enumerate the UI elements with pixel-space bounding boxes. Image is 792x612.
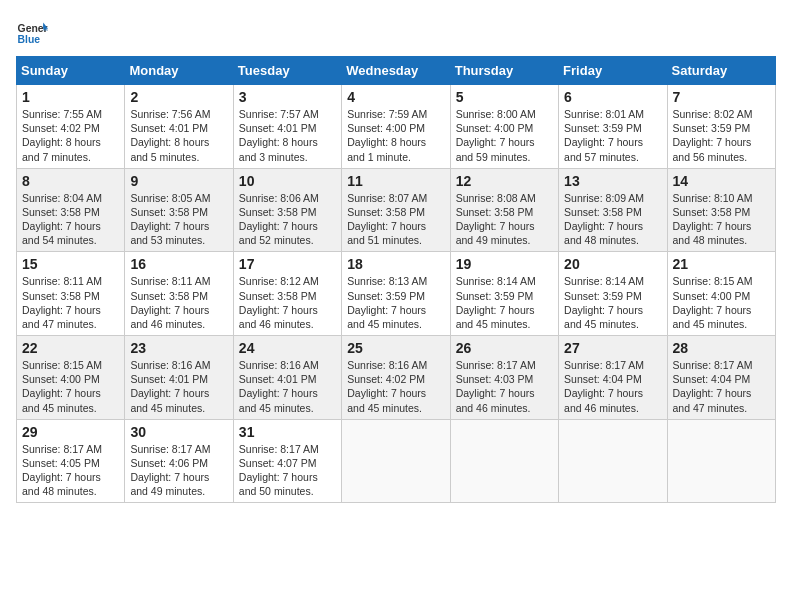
day-info: Sunrise: 8:11 AM Sunset: 3:58 PM Dayligh…: [130, 274, 227, 331]
day-cell-8: 8 Sunrise: 8:04 AM Sunset: 3:58 PM Dayli…: [17, 168, 125, 252]
day-number: 17: [239, 256, 336, 272]
day-info: Sunrise: 8:02 AM Sunset: 3:59 PM Dayligh…: [673, 107, 770, 164]
day-info: Sunrise: 8:14 AM Sunset: 3:59 PM Dayligh…: [456, 274, 553, 331]
day-info: Sunrise: 8:17 AM Sunset: 4:04 PM Dayligh…: [564, 358, 661, 415]
week-row-3: 15 Sunrise: 8:11 AM Sunset: 3:58 PM Dayl…: [17, 252, 776, 336]
day-cell-29: 29 Sunrise: 8:17 AM Sunset: 4:05 PM Dayl…: [17, 419, 125, 503]
day-number: 4: [347, 89, 444, 105]
day-info: Sunrise: 8:16 AM Sunset: 4:02 PM Dayligh…: [347, 358, 444, 415]
day-cell-30: 30 Sunrise: 8:17 AM Sunset: 4:06 PM Dayl…: [125, 419, 233, 503]
day-cell-22: 22 Sunrise: 8:15 AM Sunset: 4:00 PM Dayl…: [17, 336, 125, 420]
weekday-monday: Monday: [125, 57, 233, 85]
day-info: Sunrise: 8:13 AM Sunset: 3:59 PM Dayligh…: [347, 274, 444, 331]
day-number: 5: [456, 89, 553, 105]
day-number: 19: [456, 256, 553, 272]
calendar-table: SundayMondayTuesdayWednesdayThursdayFrid…: [16, 56, 776, 503]
day-info: Sunrise: 8:01 AM Sunset: 3:59 PM Dayligh…: [564, 107, 661, 164]
empty-cell: [450, 419, 558, 503]
day-cell-31: 31 Sunrise: 8:17 AM Sunset: 4:07 PM Dayl…: [233, 419, 341, 503]
day-info: Sunrise: 8:15 AM Sunset: 4:00 PM Dayligh…: [673, 274, 770, 331]
day-number: 29: [22, 424, 119, 440]
day-number: 11: [347, 173, 444, 189]
day-cell-20: 20 Sunrise: 8:14 AM Sunset: 3:59 PM Dayl…: [559, 252, 667, 336]
day-info: Sunrise: 8:17 AM Sunset: 4:05 PM Dayligh…: [22, 442, 119, 499]
weekday-saturday: Saturday: [667, 57, 775, 85]
day-info: Sunrise: 8:14 AM Sunset: 3:59 PM Dayligh…: [564, 274, 661, 331]
day-info: Sunrise: 8:07 AM Sunset: 3:58 PM Dayligh…: [347, 191, 444, 248]
day-number: 12: [456, 173, 553, 189]
weekday-friday: Friday: [559, 57, 667, 85]
day-cell-13: 13 Sunrise: 8:09 AM Sunset: 3:58 PM Dayl…: [559, 168, 667, 252]
day-cell-10: 10 Sunrise: 8:06 AM Sunset: 3:58 PM Dayl…: [233, 168, 341, 252]
day-info: Sunrise: 7:55 AM Sunset: 4:02 PM Dayligh…: [22, 107, 119, 164]
empty-cell: [342, 419, 450, 503]
day-number: 7: [673, 89, 770, 105]
svg-text:Blue: Blue: [18, 34, 41, 45]
weekday-header-row: SundayMondayTuesdayWednesdayThursdayFrid…: [17, 57, 776, 85]
day-cell-14: 14 Sunrise: 8:10 AM Sunset: 3:58 PM Dayl…: [667, 168, 775, 252]
logo: General Blue: [16, 16, 48, 48]
day-cell-15: 15 Sunrise: 8:11 AM Sunset: 3:58 PM Dayl…: [17, 252, 125, 336]
day-info: Sunrise: 8:17 AM Sunset: 4:06 PM Dayligh…: [130, 442, 227, 499]
day-cell-4: 4 Sunrise: 7:59 AM Sunset: 4:00 PM Dayli…: [342, 85, 450, 169]
empty-cell: [559, 419, 667, 503]
day-cell-28: 28 Sunrise: 8:17 AM Sunset: 4:04 PM Dayl…: [667, 336, 775, 420]
day-cell-27: 27 Sunrise: 8:17 AM Sunset: 4:04 PM Dayl…: [559, 336, 667, 420]
day-number: 24: [239, 340, 336, 356]
day-info: Sunrise: 8:16 AM Sunset: 4:01 PM Dayligh…: [130, 358, 227, 415]
day-number: 2: [130, 89, 227, 105]
day-cell-6: 6 Sunrise: 8:01 AM Sunset: 3:59 PM Dayli…: [559, 85, 667, 169]
day-cell-21: 21 Sunrise: 8:15 AM Sunset: 4:00 PM Dayl…: [667, 252, 775, 336]
day-number: 16: [130, 256, 227, 272]
day-info: Sunrise: 8:17 AM Sunset: 4:03 PM Dayligh…: [456, 358, 553, 415]
day-cell-2: 2 Sunrise: 7:56 AM Sunset: 4:01 PM Dayli…: [125, 85, 233, 169]
day-info: Sunrise: 8:00 AM Sunset: 4:00 PM Dayligh…: [456, 107, 553, 164]
day-info: Sunrise: 8:08 AM Sunset: 3:58 PM Dayligh…: [456, 191, 553, 248]
day-number: 30: [130, 424, 227, 440]
day-cell-1: 1 Sunrise: 7:55 AM Sunset: 4:02 PM Dayli…: [17, 85, 125, 169]
day-number: 21: [673, 256, 770, 272]
week-row-4: 22 Sunrise: 8:15 AM Sunset: 4:00 PM Dayl…: [17, 336, 776, 420]
day-info: Sunrise: 8:06 AM Sunset: 3:58 PM Dayligh…: [239, 191, 336, 248]
day-cell-3: 3 Sunrise: 7:57 AM Sunset: 4:01 PM Dayli…: [233, 85, 341, 169]
day-number: 13: [564, 173, 661, 189]
week-row-1: 1 Sunrise: 7:55 AM Sunset: 4:02 PM Dayli…: [17, 85, 776, 169]
week-row-2: 8 Sunrise: 8:04 AM Sunset: 3:58 PM Dayli…: [17, 168, 776, 252]
day-number: 25: [347, 340, 444, 356]
day-number: 1: [22, 89, 119, 105]
day-cell-7: 7 Sunrise: 8:02 AM Sunset: 3:59 PM Dayli…: [667, 85, 775, 169]
day-number: 26: [456, 340, 553, 356]
day-number: 27: [564, 340, 661, 356]
day-number: 15: [22, 256, 119, 272]
day-cell-16: 16 Sunrise: 8:11 AM Sunset: 3:58 PM Dayl…: [125, 252, 233, 336]
weekday-sunday: Sunday: [17, 57, 125, 85]
day-number: 14: [673, 173, 770, 189]
day-info: Sunrise: 7:56 AM Sunset: 4:01 PM Dayligh…: [130, 107, 227, 164]
day-info: Sunrise: 7:59 AM Sunset: 4:00 PM Dayligh…: [347, 107, 444, 164]
day-cell-23: 23 Sunrise: 8:16 AM Sunset: 4:01 PM Dayl…: [125, 336, 233, 420]
day-number: 22: [22, 340, 119, 356]
day-number: 18: [347, 256, 444, 272]
day-cell-25: 25 Sunrise: 8:16 AM Sunset: 4:02 PM Dayl…: [342, 336, 450, 420]
day-info: Sunrise: 7:57 AM Sunset: 4:01 PM Dayligh…: [239, 107, 336, 164]
day-number: 31: [239, 424, 336, 440]
logo-icon: General Blue: [16, 16, 48, 48]
day-number: 23: [130, 340, 227, 356]
day-cell-17: 17 Sunrise: 8:12 AM Sunset: 3:58 PM Dayl…: [233, 252, 341, 336]
day-info: Sunrise: 8:16 AM Sunset: 4:01 PM Dayligh…: [239, 358, 336, 415]
day-info: Sunrise: 8:12 AM Sunset: 3:58 PM Dayligh…: [239, 274, 336, 331]
day-cell-19: 19 Sunrise: 8:14 AM Sunset: 3:59 PM Dayl…: [450, 252, 558, 336]
day-number: 6: [564, 89, 661, 105]
day-cell-9: 9 Sunrise: 8:05 AM Sunset: 3:58 PM Dayli…: [125, 168, 233, 252]
day-number: 3: [239, 89, 336, 105]
weekday-wednesday: Wednesday: [342, 57, 450, 85]
day-cell-5: 5 Sunrise: 8:00 AM Sunset: 4:00 PM Dayli…: [450, 85, 558, 169]
day-cell-24: 24 Sunrise: 8:16 AM Sunset: 4:01 PM Dayl…: [233, 336, 341, 420]
day-info: Sunrise: 8:17 AM Sunset: 4:07 PM Dayligh…: [239, 442, 336, 499]
empty-cell: [667, 419, 775, 503]
day-info: Sunrise: 8:09 AM Sunset: 3:58 PM Dayligh…: [564, 191, 661, 248]
day-number: 9: [130, 173, 227, 189]
weekday-thursday: Thursday: [450, 57, 558, 85]
day-info: Sunrise: 8:04 AM Sunset: 3:58 PM Dayligh…: [22, 191, 119, 248]
day-cell-26: 26 Sunrise: 8:17 AM Sunset: 4:03 PM Dayl…: [450, 336, 558, 420]
